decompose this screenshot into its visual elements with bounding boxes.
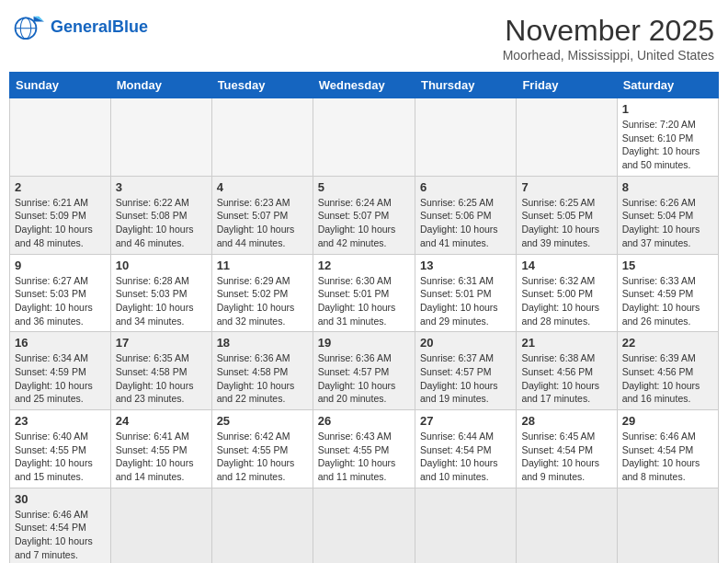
calendar-day-cell [110, 488, 211, 563]
calendar-header-row: SundayMondayTuesdayWednesdayThursdayFrid… [10, 73, 719, 98]
day-number: 17 [116, 336, 207, 350]
day-info: Sunrise: 6:39 AM Sunset: 4:56 PM Dayligh… [622, 351, 713, 406]
calendar-day-cell: 18Sunrise: 6:36 AM Sunset: 4:58 PM Dayli… [211, 332, 313, 410]
calendar-day-cell: 5Sunrise: 6:24 AM Sunset: 5:07 PM Daylig… [313, 176, 415, 254]
day-number: 23 [15, 414, 106, 428]
day-number: 30 [15, 492, 106, 506]
day-info: Sunrise: 6:33 AM Sunset: 4:59 PM Dayligh… [622, 274, 713, 328]
calendar-day-cell [517, 98, 617, 177]
day-number: 27 [420, 414, 511, 428]
generalblue-logo-icon [14, 14, 47, 41]
day-number: 10 [116, 259, 207, 272]
day-info: Sunrise: 6:46 AM Sunset: 4:54 PM Dayligh… [15, 508, 106, 562]
calendar-day-cell: 8Sunrise: 6:26 AM Sunset: 5:04 PM Daylig… [617, 176, 718, 254]
day-number: 6 [420, 180, 511, 194]
calendar-day-cell: 19Sunrise: 6:36 AM Sunset: 4:57 PM Dayli… [313, 332, 415, 410]
day-info: Sunrise: 6:34 AM Sunset: 4:59 PM Dayligh… [15, 351, 106, 406]
day-info: Sunrise: 6:40 AM Sunset: 4:55 PM Dayligh… [15, 430, 106, 484]
calendar-day-cell: 16Sunrise: 6:34 AM Sunset: 4:59 PM Dayli… [10, 332, 111, 410]
day-number: 11 [217, 259, 308, 272]
calendar-day-cell: 13Sunrise: 6:31 AM Sunset: 5:01 PM Dayli… [415, 254, 516, 332]
day-info: Sunrise: 6:36 AM Sunset: 4:57 PM Dayligh… [318, 351, 410, 406]
day-info: Sunrise: 6:43 AM Sunset: 4:55 PM Dayligh… [318, 430, 410, 484]
logo: GeneralBlue [14, 14, 148, 41]
day-header-tuesday: Tuesday [211, 73, 313, 98]
calendar-day-cell: 17Sunrise: 6:35 AM Sunset: 4:58 PM Dayli… [110, 332, 211, 410]
day-info: Sunrise: 6:38 AM Sunset: 4:56 PM Dayligh… [521, 351, 611, 406]
day-number: 3 [116, 180, 207, 194]
calendar-subtitle: Moorhead, Mississippi, United States [503, 48, 714, 63]
day-info: Sunrise: 6:25 AM Sunset: 5:05 PM Dayligh… [521, 196, 611, 250]
calendar-day-cell [110, 98, 211, 177]
day-info: Sunrise: 6:44 AM Sunset: 4:54 PM Dayligh… [420, 430, 511, 484]
calendar-day-cell: 1Sunrise: 7:20 AM Sunset: 6:10 PM Daylig… [617, 98, 718, 177]
day-number: 22 [622, 336, 713, 350]
title-block: November 2025 Moorhead, Mississippi, Uni… [503, 14, 714, 63]
calendar-day-cell: 24Sunrise: 6:41 AM Sunset: 4:55 PM Dayli… [110, 410, 211, 488]
day-header-sunday: Sunday [10, 73, 111, 98]
day-info: Sunrise: 6:36 AM Sunset: 4:58 PM Dayligh… [217, 351, 308, 406]
day-number: 15 [622, 259, 713, 272]
day-header-wednesday: Wednesday [313, 73, 415, 98]
calendar-day-cell: 11Sunrise: 6:29 AM Sunset: 5:02 PM Dayli… [211, 254, 313, 332]
day-info: Sunrise: 6:21 AM Sunset: 5:09 PM Dayligh… [15, 196, 106, 250]
day-header-saturday: Saturday [617, 73, 718, 98]
calendar-day-cell: 7Sunrise: 6:25 AM Sunset: 5:05 PM Daylig… [517, 176, 617, 254]
calendar-week-row: 23Sunrise: 6:40 AM Sunset: 4:55 PM Dayli… [10, 410, 719, 488]
calendar-day-cell [517, 488, 617, 563]
day-number: 13 [420, 259, 511, 272]
calendar-day-cell [313, 98, 415, 177]
calendar-day-cell: 4Sunrise: 6:23 AM Sunset: 5:07 PM Daylig… [211, 176, 313, 254]
day-number: 20 [420, 336, 511, 350]
calendar-day-cell: 3Sunrise: 6:22 AM Sunset: 5:08 PM Daylig… [110, 176, 211, 254]
calendar-day-cell: 14Sunrise: 6:32 AM Sunset: 5:00 PM Dayli… [517, 254, 617, 332]
day-info: Sunrise: 6:45 AM Sunset: 4:54 PM Dayligh… [521, 430, 611, 484]
calendar-day-cell [415, 98, 516, 177]
day-info: Sunrise: 6:30 AM Sunset: 5:01 PM Dayligh… [318, 274, 410, 328]
calendar-day-cell: 12Sunrise: 6:30 AM Sunset: 5:01 PM Dayli… [313, 254, 415, 332]
day-number: 25 [217, 414, 308, 428]
day-info: Sunrise: 6:23 AM Sunset: 5:07 PM Dayligh… [217, 196, 308, 250]
day-number: 18 [217, 336, 308, 350]
day-number: 8 [622, 180, 713, 194]
calendar-week-row: 30Sunrise: 6:46 AM Sunset: 4:54 PM Dayli… [10, 488, 719, 563]
day-info: Sunrise: 6:29 AM Sunset: 5:02 PM Dayligh… [217, 274, 308, 328]
logo-general: General [51, 17, 112, 36]
calendar-day-cell: 2Sunrise: 6:21 AM Sunset: 5:09 PM Daylig… [10, 176, 111, 254]
calendar-day-cell: 26Sunrise: 6:43 AM Sunset: 4:55 PM Dayli… [313, 410, 415, 488]
calendar-day-cell: 30Sunrise: 6:46 AM Sunset: 4:54 PM Dayli… [10, 488, 111, 563]
day-number: 21 [521, 336, 611, 350]
day-info: Sunrise: 6:22 AM Sunset: 5:08 PM Dayligh… [116, 196, 207, 250]
day-number: 7 [521, 180, 611, 194]
calendar-week-row: 16Sunrise: 6:34 AM Sunset: 4:59 PM Dayli… [10, 332, 719, 410]
calendar-day-cell: 6Sunrise: 6:25 AM Sunset: 5:06 PM Daylig… [415, 176, 516, 254]
day-number: 24 [116, 414, 207, 428]
day-number: 28 [521, 414, 611, 428]
calendar-day-cell: 10Sunrise: 6:28 AM Sunset: 5:03 PM Dayli… [110, 254, 211, 332]
day-info: Sunrise: 6:42 AM Sunset: 4:55 PM Dayligh… [217, 430, 308, 484]
day-info: Sunrise: 6:35 AM Sunset: 4:58 PM Dayligh… [116, 351, 207, 406]
day-header-thursday: Thursday [415, 73, 516, 98]
day-info: Sunrise: 6:46 AM Sunset: 4:54 PM Dayligh… [622, 430, 713, 484]
calendar-day-cell [415, 488, 516, 563]
calendar-week-row: 2Sunrise: 6:21 AM Sunset: 5:09 PM Daylig… [10, 176, 719, 254]
calendar-table: SundayMondayTuesdayWednesdayThursdayFrid… [9, 72, 719, 563]
day-info: Sunrise: 6:37 AM Sunset: 4:57 PM Dayligh… [420, 351, 511, 406]
calendar-day-cell: 25Sunrise: 6:42 AM Sunset: 4:55 PM Dayli… [211, 410, 313, 488]
calendar-day-cell: 20Sunrise: 6:37 AM Sunset: 4:57 PM Dayli… [415, 332, 516, 410]
day-header-friday: Friday [517, 73, 617, 98]
day-header-monday: Monday [110, 73, 211, 98]
calendar-day-cell: 21Sunrise: 6:38 AM Sunset: 4:56 PM Dayli… [517, 332, 617, 410]
day-number: 9 [15, 259, 106, 272]
calendar-day-cell: 15Sunrise: 6:33 AM Sunset: 4:59 PM Dayli… [617, 254, 718, 332]
day-info: Sunrise: 6:41 AM Sunset: 4:55 PM Dayligh… [116, 430, 207, 484]
calendar-day-cell: 27Sunrise: 6:44 AM Sunset: 4:54 PM Dayli… [415, 410, 516, 488]
day-info: Sunrise: 6:27 AM Sunset: 5:03 PM Dayligh… [15, 274, 106, 328]
day-info: Sunrise: 7:20 AM Sunset: 6:10 PM Dayligh… [622, 118, 713, 172]
day-number: 2 [15, 180, 106, 194]
day-info: Sunrise: 6:24 AM Sunset: 5:07 PM Dayligh… [318, 196, 410, 250]
day-number: 1 [622, 102, 713, 116]
calendar-day-cell: 9Sunrise: 6:27 AM Sunset: 5:03 PM Daylig… [10, 254, 111, 332]
day-number: 29 [622, 414, 713, 428]
day-info: Sunrise: 6:26 AM Sunset: 5:04 PM Dayligh… [622, 196, 713, 250]
